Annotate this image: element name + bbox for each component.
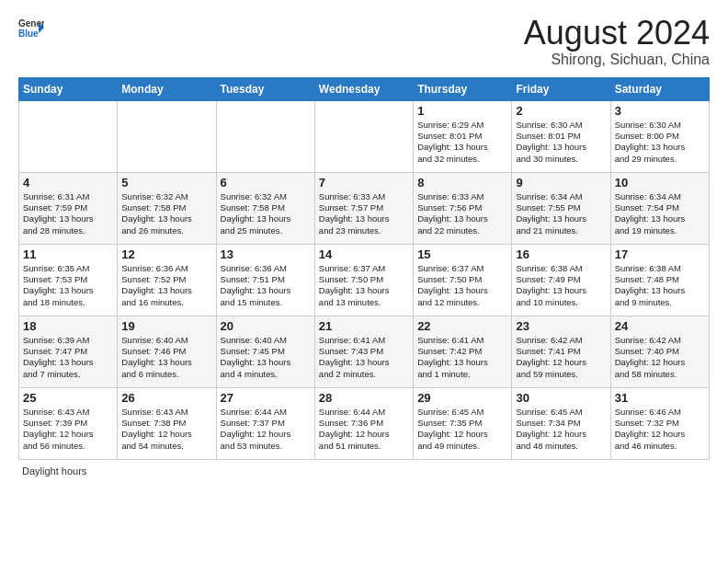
day-info: Sunset: 7:41 PM — [516, 346, 606, 357]
day-cell: 6Sunrise: 6:32 AMSunset: 7:58 PMDaylight… — [216, 172, 314, 244]
day-cell: 29Sunrise: 6:45 AMSunset: 7:35 PMDayligh… — [414, 387, 512, 459]
day-info: Daylight: 13 hours — [319, 357, 409, 368]
day-info: and 19 minutes. — [615, 225, 705, 236]
day-cell: 17Sunrise: 6:38 AMSunset: 7:48 PMDayligh… — [610, 244, 709, 316]
day-cell — [19, 100, 118, 172]
day-number: 29 — [417, 391, 507, 405]
day-info: Sunrise: 6:44 AM — [221, 407, 311, 418]
day-cell: 23Sunrise: 6:42 AMSunset: 7:41 PMDayligh… — [512, 316, 610, 387]
day-info: Daylight: 12 hours — [516, 357, 606, 368]
day-info: Daylight: 12 hours — [319, 429, 409, 440]
day-info: and 4 minutes. — [221, 369, 311, 380]
day-number: 31 — [615, 391, 705, 405]
day-info: Sunrise: 6:34 AM — [516, 191, 606, 202]
day-number: 26 — [121, 391, 211, 405]
day-info: Sunset: 7:50 PM — [319, 274, 409, 285]
day-info: and 59 minutes. — [516, 369, 606, 380]
weekday-header-monday: Monday — [118, 77, 216, 100]
day-info: Daylight: 13 hours — [516, 285, 606, 296]
day-info: and 18 minutes. — [23, 297, 113, 308]
day-info: Sunrise: 6:37 AM — [417, 263, 507, 274]
day-info: Sunset: 7:53 PM — [23, 274, 113, 285]
day-info: Daylight: 12 hours — [221, 429, 311, 440]
day-cell — [314, 100, 413, 172]
day-info: Sunrise: 6:34 AM — [615, 191, 705, 202]
day-info: Sunrise: 6:40 AM — [221, 335, 311, 346]
day-cell: 18Sunrise: 6:39 AMSunset: 7:47 PMDayligh… — [19, 316, 118, 387]
day-cell: 31Sunrise: 6:46 AMSunset: 7:32 PMDayligh… — [610, 387, 709, 459]
day-info: and 22 minutes. — [417, 225, 507, 236]
day-info: Daylight: 12 hours — [615, 357, 705, 368]
day-info: and 7 minutes. — [23, 369, 113, 380]
day-info: Sunrise: 6:33 AM — [417, 191, 507, 202]
day-info: and 28 minutes. — [23, 225, 113, 236]
day-info: Sunrise: 6:41 AM — [319, 335, 409, 346]
day-info: Sunrise: 6:40 AM — [121, 335, 211, 346]
day-cell: 2Sunrise: 6:30 AMSunset: 8:01 PMDaylight… — [512, 100, 610, 172]
day-info: Sunset: 7:32 PM — [615, 418, 705, 429]
day-info: Sunset: 7:47 PM — [23, 346, 113, 357]
day-info: Sunrise: 6:36 AM — [221, 263, 311, 274]
day-info: Sunrise: 6:41 AM — [417, 335, 507, 346]
day-cell: 25Sunrise: 6:43 AMSunset: 7:39 PMDayligh… — [19, 387, 118, 459]
day-info: Sunrise: 6:30 AM — [615, 120, 705, 131]
day-number: 1 — [417, 104, 507, 118]
day-info: Sunset: 7:58 PM — [121, 202, 211, 213]
day-cell: 19Sunrise: 6:40 AMSunset: 7:46 PMDayligh… — [118, 316, 216, 387]
title-area: August 2024 Shirong, Sichuan, China — [524, 15, 710, 68]
day-info: Sunset: 7:56 PM — [417, 202, 507, 213]
day-info: Sunrise: 6:46 AM — [615, 407, 705, 418]
logo-icon: General Blue — [18, 15, 44, 40]
day-info: Sunset: 7:51 PM — [221, 274, 311, 285]
day-number: 21 — [319, 319, 409, 333]
day-info: and 21 minutes. — [516, 225, 606, 236]
day-info: Sunset: 7:52 PM — [121, 274, 211, 285]
weekday-header-wednesday: Wednesday — [314, 77, 413, 100]
day-info: Sunrise: 6:45 AM — [516, 407, 606, 418]
week-row-0: 1Sunrise: 6:29 AMSunset: 8:01 PMDaylight… — [19, 100, 710, 172]
day-info: Daylight: 13 hours — [221, 285, 311, 296]
day-info: Sunset: 8:01 PM — [516, 131, 606, 142]
day-cell: 11Sunrise: 6:35 AMSunset: 7:53 PMDayligh… — [19, 244, 118, 316]
day-cell: 12Sunrise: 6:36 AMSunset: 7:52 PMDayligh… — [118, 244, 216, 316]
day-info: Sunrise: 6:36 AM — [121, 263, 211, 274]
day-cell: 4Sunrise: 6:31 AMSunset: 7:59 PMDaylight… — [19, 172, 118, 244]
day-info: Daylight: 13 hours — [23, 213, 113, 224]
day-info: Sunset: 7:40 PM — [615, 346, 705, 357]
day-cell: 8Sunrise: 6:33 AMSunset: 7:56 PMDaylight… — [414, 172, 512, 244]
day-info: Sunset: 7:45 PM — [221, 346, 311, 357]
day-info: Sunrise: 6:37 AM — [319, 263, 409, 274]
day-cell: 1Sunrise: 6:29 AMSunset: 8:01 PMDaylight… — [414, 100, 512, 172]
day-info: and 13 minutes. — [319, 297, 409, 308]
day-info: Daylight: 13 hours — [23, 357, 113, 368]
logo: General Blue — [18, 15, 44, 40]
day-info: Daylight: 13 hours — [516, 142, 606, 153]
day-info: Sunset: 7:37 PM — [221, 418, 311, 429]
week-row-3: 18Sunrise: 6:39 AMSunset: 7:47 PMDayligh… — [19, 316, 710, 387]
day-cell: 27Sunrise: 6:44 AMSunset: 7:37 PMDayligh… — [216, 387, 314, 459]
day-info: and 12 minutes. — [417, 297, 507, 308]
page: General Blue August 2024 Shirong, Sichua… — [0, 0, 728, 486]
day-number: 4 — [23, 176, 113, 190]
day-info: Daylight: 13 hours — [121, 357, 211, 368]
week-row-1: 4Sunrise: 6:31 AMSunset: 7:59 PMDaylight… — [19, 172, 710, 244]
day-cell — [216, 100, 314, 172]
day-cell: 9Sunrise: 6:34 AMSunset: 7:55 PMDaylight… — [512, 172, 610, 244]
day-info: and 56 minutes. — [23, 441, 113, 452]
day-number: 8 — [417, 176, 507, 190]
day-number: 3 — [615, 104, 705, 118]
day-info: and 29 minutes. — [615, 154, 705, 165]
day-info: Daylight: 13 hours — [221, 357, 311, 368]
day-info: Sunrise: 6:35 AM — [23, 263, 113, 274]
day-info: Sunrise: 6:42 AM — [516, 335, 606, 346]
day-info: Daylight: 13 hours — [615, 285, 705, 296]
day-info: Sunset: 7:59 PM — [23, 202, 113, 213]
day-cell: 7Sunrise: 6:33 AMSunset: 7:57 PMDaylight… — [314, 172, 413, 244]
svg-text:Blue: Blue — [18, 29, 39, 39]
weekday-header-tuesday: Tuesday — [216, 77, 314, 100]
day-info: Sunset: 7:46 PM — [121, 346, 211, 357]
day-cell — [118, 100, 216, 172]
day-cell: 15Sunrise: 6:37 AMSunset: 7:50 PMDayligh… — [414, 244, 512, 316]
day-info: and 26 minutes. — [121, 225, 211, 236]
day-info: Sunset: 8:01 PM — [417, 131, 507, 142]
